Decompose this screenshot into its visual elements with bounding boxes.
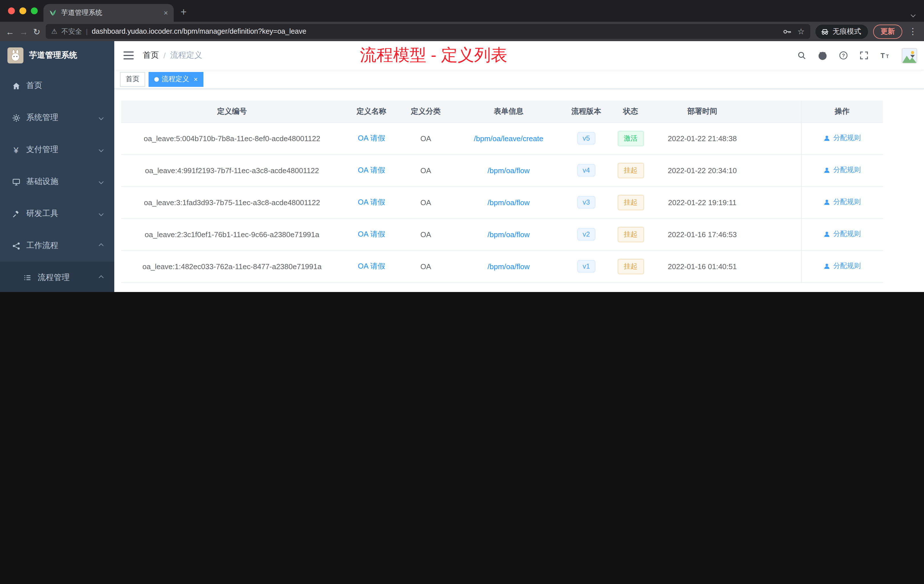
status-cell: 挂起	[607, 186, 654, 218]
deploy-time-cell: 2022-01-22 19:19:11	[654, 186, 750, 218]
tag-label: 流程定义	[162, 74, 189, 84]
status-badge: 挂起	[617, 195, 644, 210]
chevron-down-icon	[99, 211, 104, 216]
version-cell: v2	[566, 218, 607, 250]
column-header: 定义编号	[121, 101, 343, 122]
person-icon	[824, 199, 831, 206]
sidebar-item-label: 研发工具	[26, 209, 58, 219]
incognito-icon	[820, 27, 829, 36]
tab-close-icon[interactable]: ×	[164, 8, 168, 17]
table-row: oa_leave:4:991f2193-7b7f-11ec-a3c8-acde4…	[121, 154, 883, 186]
column-header: 操作	[801, 101, 883, 122]
minimize-window-button[interactable]	[20, 7, 26, 14]
screen: 芋道管理系统 × + ← → ↻ ⚠ 不安全 | dashboard.yudao…	[0, 0, 924, 292]
assign-rule-link[interactable]: 分配规则	[824, 134, 861, 143]
filler-cell	[750, 218, 801, 250]
font-size-icon[interactable]: TT	[880, 51, 890, 60]
key-icon[interactable]	[783, 27, 792, 36]
search-icon[interactable]	[797, 51, 806, 60]
version-badge: v3	[577, 196, 596, 209]
assign-rule-link[interactable]: 分配规则	[824, 165, 861, 175]
close-window-button[interactable]	[8, 7, 15, 14]
breadcrumb-separator: /	[163, 51, 166, 60]
column-header: 定义分类	[400, 101, 451, 122]
filler-cell	[750, 154, 801, 186]
breadcrumb: 首页 / 流程定义	[143, 50, 202, 61]
tag-home[interactable]: 首页	[120, 72, 145, 87]
sidebar-collapse-icon[interactable]	[124, 51, 134, 59]
version-badge: v1	[577, 260, 596, 272]
sidebar: 芋道管理系统 首页 系统管理 ¥ 支付管理	[0, 41, 114, 292]
svg-text:T: T	[886, 54, 889, 59]
tag-process-definition[interactable]: 流程定义 ×	[148, 72, 203, 87]
operation-cell: 分配规则	[801, 154, 883, 186]
table-row: oa_leave:5:004b710b-7b8a-11ec-8ef0-acde4…	[121, 122, 883, 154]
form-info-link[interactable]: /bpm/oa/leave/create	[474, 134, 543, 143]
deploy-time-cell: 2022-01-22 20:34:10	[654, 154, 750, 186]
chevron-up-icon	[99, 243, 104, 248]
browser-tab[interactable]: 芋道管理系统 ×	[43, 4, 174, 22]
tab-search-chevron-icon[interactable]	[911, 8, 915, 19]
form-info-link[interactable]: /bpm/oa/flow	[487, 262, 530, 271]
form-info-link[interactable]: /bpm/oa/flow	[487, 198, 530, 206]
sidebar-item-system[interactable]: 系统管理	[0, 102, 114, 134]
sidebar-item-label: 工作流程	[26, 241, 58, 251]
definition-category-cell: OA	[400, 122, 451, 154]
sidebar-item-workflow[interactable]: 工作流程	[0, 230, 114, 262]
definition-name-link[interactable]: OA 请假	[358, 134, 385, 142]
status-cell: 挂起	[607, 250, 654, 282]
person-icon	[824, 135, 831, 142]
sidebar-item-process-management[interactable]: 流程管理	[0, 262, 114, 292]
reload-button[interactable]: ↻	[33, 27, 40, 36]
definition-id-cell: oa_leave:3:1fad3d93-7b75-11ec-a3c8-acde4…	[121, 186, 343, 218]
forward-button[interactable]: →	[20, 27, 28, 36]
status-badge: 挂起	[617, 259, 644, 274]
help-icon[interactable]: ?	[839, 51, 848, 60]
deploy-time-cell: 2022-01-16 17:46:53	[654, 218, 750, 250]
form-info-cell: /bpm/oa/flow	[451, 218, 566, 250]
definition-name-link[interactable]: OA 请假	[358, 198, 385, 206]
sidebar-item-payment[interactable]: ¥ 支付管理	[0, 134, 114, 166]
window-controls[interactable]	[8, 7, 38, 14]
github-icon[interactable]	[818, 51, 827, 60]
fullscreen-icon[interactable]	[860, 51, 869, 60]
assign-rule-link[interactable]: 分配规则	[824, 198, 861, 207]
form-info-link[interactable]: /bpm/oa/flow	[487, 166, 530, 175]
definition-id-cell: oa_leave:1:482ec033-762a-11ec-8477-a2380…	[121, 250, 343, 282]
assign-rule-link[interactable]: 分配规则	[824, 229, 861, 239]
definition-name-link[interactable]: OA 请假	[358, 262, 385, 270]
sidebar-item-label: 支付管理	[26, 145, 58, 155]
tags-view-bar: 首页 流程定义 ×	[114, 70, 924, 89]
tag-label: 首页	[126, 74, 139, 84]
definition-name-link[interactable]: OA 请假	[358, 166, 385, 174]
address-bar[interactable]: ⚠ 不安全 | dashboard.yudao.iocoder.cn/bpm/m…	[45, 24, 810, 39]
new-tab-button[interactable]: +	[181, 7, 186, 17]
gear-icon	[12, 113, 21, 122]
sidebar-item-home[interactable]: 首页	[0, 70, 114, 102]
url-text: dashboard.yudao.iocoder.cn/bpm/manager/d…	[92, 27, 779, 35]
update-button[interactable]: 更新	[873, 24, 902, 39]
sidebar-item-devtools[interactable]: 研发工具	[0, 198, 114, 230]
top-navbar: 首页 / 流程定义 流程模型 - 定义列表 ?	[114, 41, 924, 70]
filler-cell	[750, 122, 801, 154]
definition-name-cell: OA 请假	[343, 186, 400, 218]
maximize-window-button[interactable]	[31, 7, 38, 14]
version-cell: v3	[566, 186, 607, 218]
user-avatar[interactable]	[902, 48, 915, 63]
definition-name-link[interactable]: OA 请假	[358, 230, 385, 238]
incognito-label: 无痕模式	[833, 26, 861, 36]
back-button[interactable]: ←	[6, 27, 14, 36]
tag-close-icon[interactable]: ×	[194, 75, 198, 83]
breadcrumb-home-link[interactable]: 首页	[143, 50, 159, 61]
bookmark-star-icon[interactable]: ☆	[797, 27, 805, 36]
sidebar-item-infrastructure[interactable]: 基础设施	[0, 166, 114, 198]
assign-rule-link[interactable]: 分配规则	[824, 261, 861, 271]
definition-name-cell: OA 请假	[343, 122, 400, 154]
form-info-link[interactable]: /bpm/oa/flow	[487, 230, 530, 239]
sidebar-item-label: 系统管理	[26, 112, 58, 123]
browser-menu-icon[interactable]: ⋮	[909, 26, 917, 36]
table-row: oa_leave:3:1fad3d93-7b75-11ec-a3c8-acde4…	[121, 186, 883, 218]
active-tag-dot	[154, 77, 159, 81]
status-badge: 激活	[617, 130, 644, 146]
person-icon	[824, 231, 831, 238]
